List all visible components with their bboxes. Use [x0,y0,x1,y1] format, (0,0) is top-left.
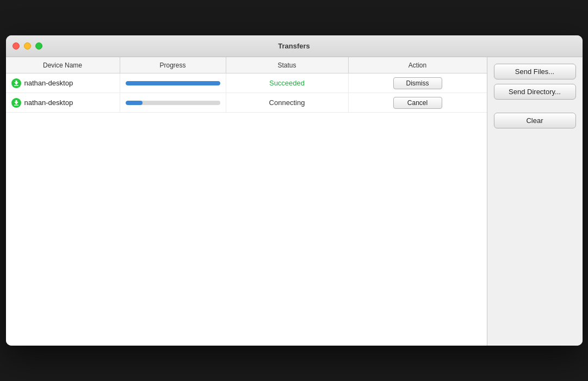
download-icon [11,98,21,108]
progress-bar-container [126,101,220,105]
maximize-button[interactable] [35,42,42,50]
table-row: nathan-desktop Connecting Cancel [6,93,487,113]
minimize-button[interactable] [24,42,31,50]
send-directory-button[interactable]: Send Directory... [494,84,576,100]
sidebar-spacer [494,104,576,108]
row-progress [120,73,226,93]
window-controls [13,42,42,50]
table-row: nathan-desktop Succeeded Dismiss [6,73,487,93]
progress-bar-fill [126,101,143,105]
title-bar: Transfers [6,35,583,57]
close-button[interactable] [13,42,20,50]
column-progress: Progress [120,57,226,73]
sidebar: Send Files... Send Directory... Clear [487,57,583,346]
column-action: Action [349,57,487,73]
cancel-button[interactable]: Cancel [393,97,442,109]
dismiss-button[interactable]: Dismiss [393,77,442,89]
svg-rect-5 [14,105,18,106]
row-status: Connecting [226,93,349,112]
transfers-window: Transfers Device Name Progress Status Ac… [6,35,583,346]
row-device-name: nathan-desktop [6,93,120,112]
progress-bar-fill [126,81,220,85]
row-status: Succeeded [226,73,349,93]
progress-bar-container [126,81,220,85]
row-device-name: nathan-desktop [6,73,120,93]
device-name-text: nathan-desktop [24,99,73,107]
clear-button[interactable]: Clear [494,113,576,128]
device-name-text: nathan-desktop [24,79,73,87]
row-action: Dismiss [349,73,487,93]
download-icon [11,78,21,88]
row-action: Cancel [349,93,487,112]
window-title: Transfers [278,42,310,50]
svg-rect-2 [14,85,18,86]
row-progress [120,93,226,112]
column-device-name: Device Name [6,57,120,73]
transfers-table: Device Name Progress Status Action natha… [6,57,487,346]
send-files-button[interactable]: Send Files... [494,64,576,79]
table-header: Device Name Progress Status Action [6,57,487,73]
window-content: Device Name Progress Status Action natha… [6,57,583,346]
column-status: Status [226,57,349,73]
table-body: nathan-desktop Succeeded Dismiss [6,73,487,346]
